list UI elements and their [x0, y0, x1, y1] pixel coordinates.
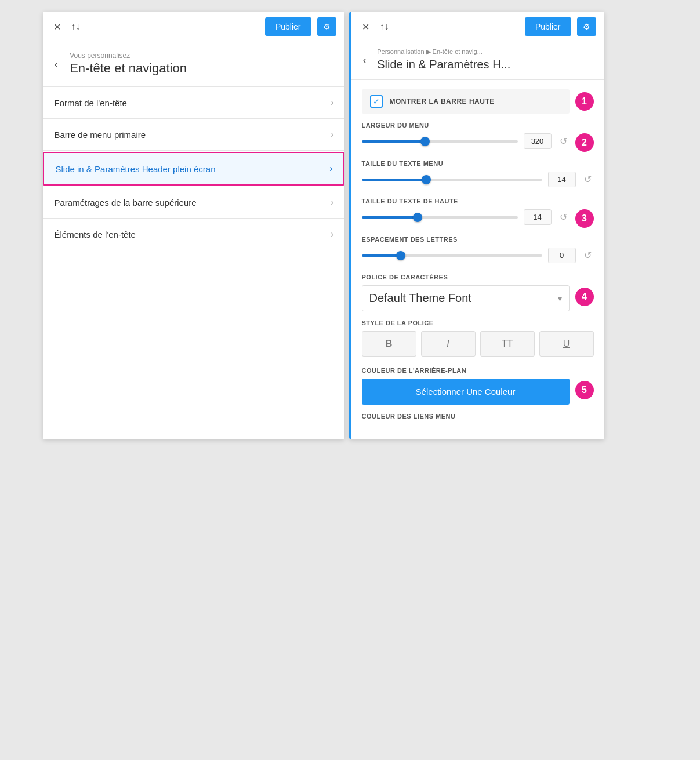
letter-spacing-label: ESPACEMENT DES LETTRES [362, 236, 594, 243]
right-panel: ✕ ↑↓ Publier ⚙ ‹ Personnalisation ▶ En-t… [349, 12, 604, 439]
bg-color-area: COULEUR DE L'ARRIÈRE-PLAN Sélectionner U… [362, 367, 594, 405]
menu-item-barre[interactable]: Barre de menu primaire › [43, 119, 344, 151]
menu-text-size-reset[interactable]: ↺ [582, 173, 594, 186]
menu-item-slide-arrow: › [329, 163, 332, 174]
font-select-dropdown[interactable]: Default Theme Font ▾ [362, 285, 570, 311]
font-style-bold-button[interactable]: B [362, 331, 416, 357]
bar-text-size-value[interactable] [524, 209, 552, 225]
left-settings-button[interactable]: ⚙ [317, 17, 336, 36]
menu-item-barre-label: Barre de menu primaire [55, 130, 331, 140]
right-back-button[interactable]: ‹ [360, 52, 371, 68]
letter-spacing-reset[interactable]: ↺ [582, 249, 594, 262]
badge-4: 4 [575, 288, 594, 306]
menu-item-parametrages-arrow: › [331, 197, 333, 208]
menu-text-size-slider-row: ↺ [362, 172, 594, 187]
menu-item-slide-label: Slide in & Paramètres Header plein écran [56, 164, 330, 174]
you-are-customizing-label: Vous personnalisez [70, 52, 187, 60]
menu-text-size-control: TAILLE DU TEXTE MENU ↺ [362, 160, 594, 187]
font-select-chevron-down-icon: ▾ [558, 294, 562, 303]
right-publish-button[interactable]: Publier [525, 17, 571, 36]
bar-text-size-control: TAILLE DU TEXTE DE HAUTE ↺ [362, 198, 570, 225]
menu-width-slider-row: ↺ [362, 133, 570, 149]
left-back-button[interactable]: ‹ [51, 56, 62, 72]
right-panel-content: ✓ MONTRER LA BARRE HAUTE 1 LARGEUR DU ME… [351, 80, 604, 439]
badge-3: 3 [575, 209, 594, 228]
badge-1: 1 [575, 92, 594, 111]
letter-spacing-slider[interactable] [362, 254, 542, 257]
font-style-buttons: B I TT U [362, 331, 594, 357]
right-sort-button[interactable]: ↑↓ [378, 19, 391, 34]
left-title-area: ‹ Vous personnalisez En-tête et navigati… [43, 42, 344, 87]
font-select-control: POLICE DE CARACTÈRES Default Theme Font … [362, 274, 570, 311]
bar-text-size-slider[interactable] [362, 216, 518, 219]
menu-item-parametrages-label: Paramétrages de la barre supérieure [55, 198, 331, 208]
menu-item-elements-label: Éléments de l'en-tête [55, 230, 331, 239]
menu-item-slide-in[interactable]: Slide in & Paramètres Header plein écran… [43, 152, 344, 186]
menu-item-format-arrow: › [331, 97, 333, 108]
font-select-area: POLICE DE CARACTÈRES Default Theme Font … [362, 274, 594, 311]
menu-link-color-control: COULEUR DES LIENS MENU [362, 413, 594, 420]
checkbox-area: ✓ MONTRER LA BARRE HAUTE 1 [362, 89, 594, 114]
left-close-button[interactable]: ✕ [51, 19, 63, 35]
show-topbar-label: MONTRER LA BARRE HAUTE [390, 97, 561, 106]
menu-text-size-slider[interactable] [362, 179, 542, 181]
badge-5: 5 [575, 381, 594, 399]
menu-item-elements[interactable]: Éléments de l'en-tête › [43, 219, 344, 250]
font-style-underline-button[interactable]: U [539, 331, 594, 357]
menu-width-slider[interactable] [362, 140, 518, 143]
letter-spacing-control: ESPACEMENT DES LETTRES ↺ [362, 236, 594, 263]
right-settings-button[interactable]: ⚙ [577, 17, 596, 36]
left-panel: ✕ ↑↓ Publier ⚙ ‹ Vous personnalisez En-t… [43, 12, 344, 439]
bar-text-size-reset[interactable]: ↺ [557, 210, 570, 224]
letter-spacing-value[interactable] [548, 248, 576, 263]
font-select-value: Default Theme Font [369, 292, 558, 305]
bg-color-control: COULEUR DE L'ARRIÈRE-PLAN Sélectionner U… [362, 367, 570, 405]
breadcrumb: Personnalisation ▶ En-tête et navig... [377, 48, 510, 56]
left-publish-button[interactable]: Publier [265, 17, 311, 36]
bar-text-size-label: TAILLE DU TEXTE DE HAUTE [362, 198, 570, 205]
menu-text-size-label: TAILLE DU TEXTE MENU [362, 160, 594, 167]
menu-width-label: LARGEUR DU MENU [362, 122, 570, 129]
show-topbar-checkbox[interactable]: ✓ [370, 95, 383, 108]
bar-text-size-slider-row: ↺ [362, 209, 570, 225]
left-section-title: En-tête et navigation [70, 61, 187, 76]
font-select-label: POLICE DE CARACTÈRES [362, 274, 570, 281]
menu-item-barre-arrow: › [331, 129, 333, 140]
letter-spacing-slider-row: ↺ [362, 248, 594, 263]
font-style-tt-button[interactable]: TT [480, 331, 535, 357]
font-style-control: STYLE DE LA POLICE B I TT U [362, 319, 594, 357]
right-title-area: ‹ Personnalisation ▶ En-tête et navig...… [351, 42, 604, 80]
right-panel-header: ✕ ↑↓ Publier ⚙ [351, 12, 604, 42]
menu-item-format-label: Format de l'en-tête [55, 98, 331, 108]
badge-2: 2 [575, 133, 594, 152]
bg-color-select-button[interactable]: Sélectionner Une Couleur [362, 379, 570, 405]
menu-item-format[interactable]: Format de l'en-tête › [43, 87, 344, 119]
left-sort-button[interactable]: ↑↓ [69, 19, 83, 34]
menu-width-value[interactable] [524, 133, 552, 149]
menu-width-area: LARGEUR DU MENU ↺ 2 [362, 122, 594, 152]
menu-width-control: LARGEUR DU MENU ↺ [362, 122, 570, 149]
menu-link-color-label: COULEUR DES LIENS MENU [362, 413, 594, 420]
menu-width-reset[interactable]: ↺ [557, 134, 570, 148]
font-style-italic-button[interactable]: I [421, 331, 476, 357]
bg-color-label: COULEUR DE L'ARRIÈRE-PLAN [362, 367, 570, 374]
right-close-button[interactable]: ✕ [360, 19, 372, 35]
font-style-label: STYLE DE LA POLICE [362, 319, 594, 326]
left-title-text: Vous personnalisez En-tête et navigation [70, 52, 187, 76]
menu-text-size-value[interactable] [548, 172, 576, 187]
bar-text-size-area: TAILLE DU TEXTE DE HAUTE ↺ 3 [362, 198, 594, 228]
show-top-bar-row[interactable]: ✓ MONTRER LA BARRE HAUTE [362, 89, 570, 114]
menu-item-elements-arrow: › [331, 229, 333, 239]
right-section-title: Slide in & Paramètres H... [377, 58, 510, 71]
menu-item-parametrages[interactable]: Paramétrages de la barre supérieure › [43, 187, 344, 219]
left-panel-header: ✕ ↑↓ Publier ⚙ [43, 12, 344, 42]
